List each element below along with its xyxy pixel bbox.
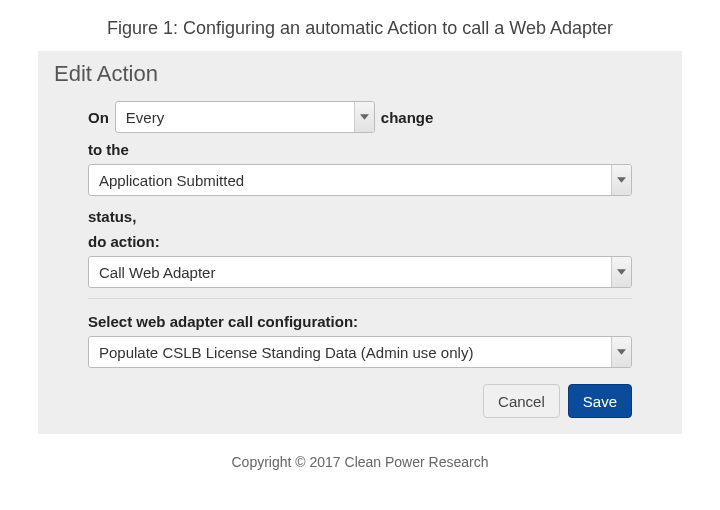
button-row: Cancel Save [88,378,632,418]
copyright-text: Copyright © 2017 Clean Power Research [0,434,720,490]
chevron-down-icon [611,165,631,195]
do-action-label: do action: [88,231,632,252]
on-label: On [88,107,109,128]
chevron-down-icon [354,102,374,132]
figure-caption: Figure 1: Configuring an automatic Actio… [0,0,720,51]
chevron-down-icon [611,257,631,287]
status-select[interactable]: Application Submitted [88,164,632,196]
on-row: On Every change [88,101,632,133]
config-select-value: Populate CSLB License Standing Data (Adm… [99,344,473,361]
action-select-value: Call Web Adapter [99,264,215,281]
save-button[interactable]: Save [568,384,632,418]
divider [88,298,632,299]
select-config-label: Select web adapter call configuration: [88,311,632,332]
cancel-button[interactable]: Cancel [483,384,560,418]
config-select[interactable]: Populate CSLB License Standing Data (Adm… [88,336,632,368]
action-select[interactable]: Call Web Adapter [88,256,632,288]
frequency-select[interactable]: Every [115,101,375,133]
chevron-down-icon [611,337,631,367]
panel-title: Edit Action [38,51,682,93]
frequency-select-value: Every [126,109,164,126]
panel-body: On Every change to the Application Submi… [38,93,682,434]
edit-action-panel: Edit Action On Every change to the Appli… [38,51,682,434]
change-label: change [381,107,434,128]
status-select-value: Application Submitted [99,172,244,189]
to-the-label: to the [88,139,632,160]
status-label: status, [88,206,632,227]
